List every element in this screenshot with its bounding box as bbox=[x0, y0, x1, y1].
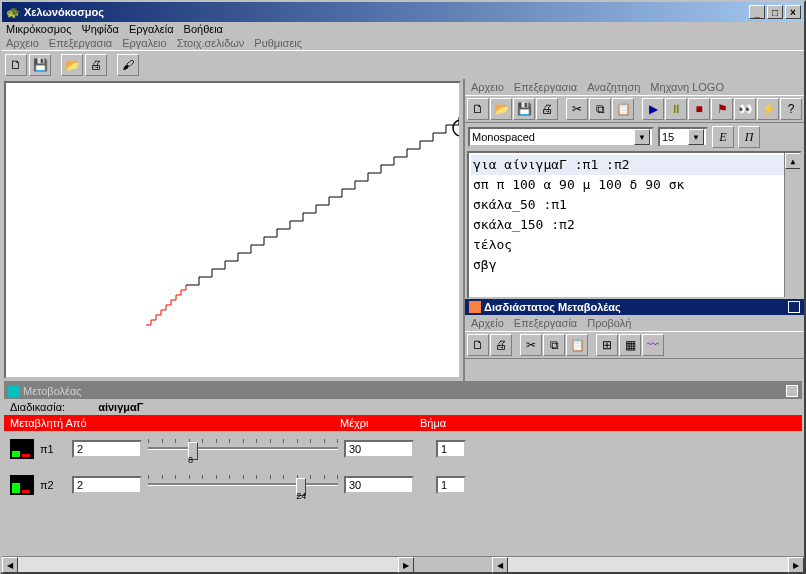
font-size-value: 15 bbox=[662, 131, 674, 143]
ed-open-button[interactable]: 📂 bbox=[490, 98, 512, 120]
td-cut-button[interactable]: ✂ bbox=[520, 334, 542, 356]
code-line: τέλος bbox=[471, 235, 798, 255]
play-button[interactable]: ▶ bbox=[642, 98, 664, 120]
upper-panes: Αρχειο Επεξεργασια Αναζητηση Μηχανη LOGO… bbox=[2, 79, 804, 381]
ed-print-button[interactable]: 🖨 bbox=[536, 98, 558, 120]
submenu-pageitems[interactable]: Στοιχ.σελιδων bbox=[177, 37, 245, 49]
header-to: Μέχρι bbox=[340, 417, 420, 429]
to-input[interactable]: 30 bbox=[344, 440, 414, 458]
menu-chip[interactable]: Ψηφίδα bbox=[82, 23, 119, 35]
font-size-dropdown[interactable]: 15 ▼ bbox=[658, 127, 708, 147]
td-grid1-button[interactable]: ⊞ bbox=[596, 334, 618, 356]
two-d-canvas[interactable] bbox=[466, 360, 803, 380]
rmenu-file[interactable]: Αρχειο bbox=[471, 81, 504, 93]
submenu-edit[interactable]: Επεξεργασια bbox=[49, 37, 112, 49]
ed-copy-button[interactable]: ⧉ bbox=[589, 98, 611, 120]
td-new-button[interactable]: 🗋 bbox=[467, 334, 489, 356]
paint-button[interactable]: 🖌 bbox=[117, 54, 139, 76]
code-line: σπ π 100 α 90 μ 100 δ 90 σκ bbox=[471, 175, 798, 195]
scroll-up-icon[interactable]: ▲ bbox=[785, 153, 801, 169]
metavoleas-box-icon[interactable] bbox=[786, 385, 798, 397]
minimize-button[interactable]: _ bbox=[749, 5, 765, 19]
chevron-down-icon[interactable]: ▼ bbox=[634, 129, 650, 145]
slider[interactable]: 8 bbox=[148, 437, 338, 461]
pause-button[interactable]: ⏸ bbox=[665, 98, 687, 120]
metavoleas-title: Μετοβολέας bbox=[23, 385, 82, 397]
rmenu-logo[interactable]: Μηχανη LOGO bbox=[650, 81, 724, 93]
italic-button[interactable]: Π bbox=[738, 126, 760, 148]
font-row: Monospaced ▼ 15 ▼ E Π bbox=[465, 123, 804, 151]
slider-value: 8 bbox=[188, 455, 193, 465]
content-area: Αρχειο Επεξεργασια Αναζητηση Μηχανη LOGO… bbox=[2, 79, 804, 556]
maximize-button[interactable]: □ bbox=[767, 5, 783, 19]
procedure-label: Διαδικασία: bbox=[10, 401, 65, 413]
scroll-right-icon[interactable]: ▶ bbox=[788, 557, 804, 573]
indicator-icon bbox=[10, 475, 34, 495]
open-button[interactable]: 📂 bbox=[61, 54, 83, 76]
code-editor[interactable]: για αίνιγμαΓ :π1 :π2 σπ π 100 α 90 μ 100… bbox=[467, 151, 802, 299]
submenu-tool[interactable]: Εργαλειο bbox=[122, 37, 166, 49]
turtle-canvas[interactable] bbox=[4, 81, 461, 379]
two-d-titlebar: Δισδιάστατος Μεταβολέας bbox=[465, 299, 804, 315]
svg-point-0 bbox=[453, 120, 461, 136]
close-button[interactable]: × bbox=[785, 5, 801, 19]
rmenu-edit[interactable]: Επεξεργασια bbox=[514, 81, 577, 93]
scroll-track[interactable] bbox=[508, 557, 788, 572]
find-button[interactable]: 👀 bbox=[734, 98, 756, 120]
code-line: σκάλα_150 :π2 bbox=[471, 215, 798, 235]
horizontal-scrollbar[interactable]: ◀ ▶ ◀ ▶ bbox=[2, 556, 804, 572]
from-input[interactable]: 2 bbox=[72, 476, 142, 494]
ed-cut-button[interactable]: ✂ bbox=[566, 98, 588, 120]
main-window: 🐢 Χελωνόκοσμος _ □ × Μικρόκοσμος Ψηφίδα … bbox=[0, 0, 806, 574]
tdmenu-view[interactable]: Προβολή bbox=[587, 317, 631, 329]
lightning-button[interactable]: ⚡ bbox=[757, 98, 779, 120]
editor-toolbar: 🗋 📂 💾 🖨 ✂ ⧉ 📋 ▶ ⏸ ■ ⚑ 👀 ⚡ ? bbox=[465, 95, 804, 123]
td-copy-button[interactable]: ⧉ bbox=[543, 334, 565, 356]
font-name-dropdown[interactable]: Monospaced ▼ bbox=[468, 127, 654, 147]
var-name: π2 bbox=[40, 479, 66, 491]
tdmenu-edit[interactable]: Επεξεργασία bbox=[514, 317, 577, 329]
emphasis-button[interactable]: E bbox=[712, 126, 734, 148]
two-d-title: Δισδιάστατος Μεταβολέας bbox=[484, 301, 621, 313]
menubar: Μικρόκοσμος Ψηφίδα Εργαλεία Βοήθεια bbox=[2, 22, 804, 36]
procedure-name: αίνιγμαΓ bbox=[98, 401, 143, 413]
step-input[interactable]: 1 bbox=[436, 476, 466, 494]
ed-save-button[interactable]: 💾 bbox=[513, 98, 535, 120]
scroll-right-icon[interactable]: ▶ bbox=[398, 557, 414, 573]
new-button[interactable]: 🗋 bbox=[5, 54, 27, 76]
menu-tools[interactable]: Εργαλεία bbox=[129, 23, 174, 35]
header-from: Από bbox=[65, 417, 86, 429]
td-paste-button[interactable]: 📋 bbox=[566, 334, 588, 356]
stop-button[interactable]: ■ bbox=[688, 98, 710, 120]
chevron-down-icon[interactable]: ▼ bbox=[688, 129, 704, 145]
header-var: Μεταβλητή bbox=[10, 417, 63, 429]
submenu-file[interactable]: Αρχειο bbox=[6, 37, 39, 49]
step-input[interactable]: 1 bbox=[436, 440, 466, 458]
menu-help[interactable]: Βοήθεια bbox=[184, 23, 223, 35]
td-wave-button[interactable]: 〰 bbox=[642, 334, 664, 356]
ed-new-button[interactable]: 🗋 bbox=[467, 98, 489, 120]
ed-paste-button[interactable]: 📋 bbox=[612, 98, 634, 120]
turtle-drawing bbox=[6, 83, 461, 363]
td-print-button[interactable]: 🖨 bbox=[490, 334, 512, 356]
flag-button[interactable]: ⚑ bbox=[711, 98, 733, 120]
help-button[interactable]: ? bbox=[780, 98, 802, 120]
submenu-settings[interactable]: Ρυθμισεις bbox=[254, 37, 302, 49]
print-button[interactable]: 🖨 bbox=[85, 54, 107, 76]
save-button[interactable]: 💾 bbox=[29, 54, 51, 76]
scroll-track[interactable] bbox=[18, 557, 398, 572]
from-input[interactable]: 2 bbox=[72, 440, 142, 458]
td-grid2-button[interactable]: ▦ bbox=[619, 334, 641, 356]
scroll-left-icon[interactable]: ◀ bbox=[2, 557, 18, 573]
metavoleas-titlebar: Μετοβολέας bbox=[4, 383, 802, 399]
editor-scrollbar[interactable]: ▲ bbox=[784, 153, 800, 297]
to-input[interactable]: 30 bbox=[344, 476, 414, 494]
rmenu-search[interactable]: Αναζητηση bbox=[587, 81, 640, 93]
two-d-box-icon[interactable] bbox=[788, 301, 800, 313]
two-d-menu: Αρχείο Επεξεργασία Προβολή bbox=[465, 315, 804, 331]
slider[interactable]: 24 bbox=[148, 473, 338, 497]
scroll-left-icon[interactable]: ◀ bbox=[492, 557, 508, 573]
menu-microcosm[interactable]: Μικρόκοσμος bbox=[6, 23, 72, 35]
tdmenu-file[interactable]: Αρχείο bbox=[471, 317, 504, 329]
header-step: Βήμα bbox=[420, 417, 446, 429]
